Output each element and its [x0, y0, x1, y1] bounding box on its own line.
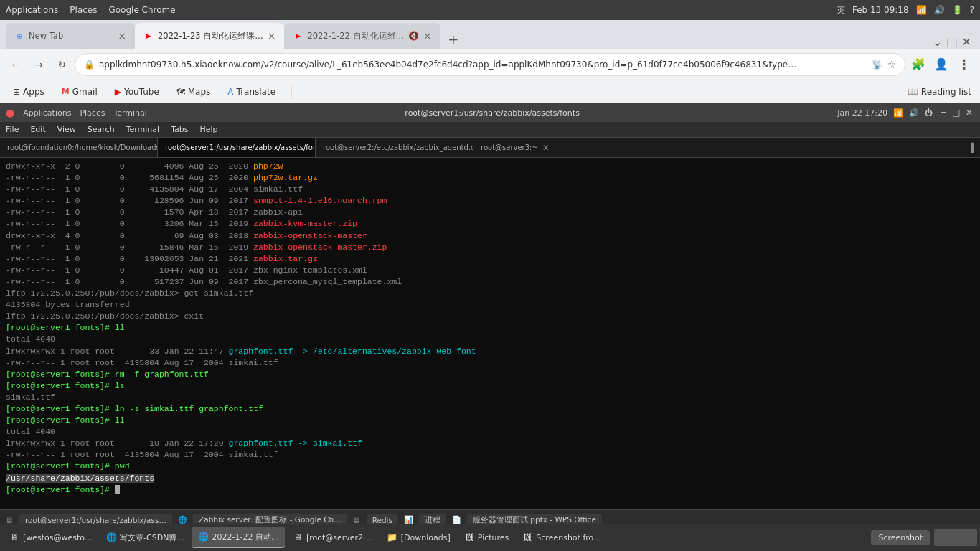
term-line-29: [root@server1 fonts]#	[6, 484, 974, 496]
taskbar-item-3[interactable]: 🌐 2022-1-22 自动…	[192, 527, 284, 548]
bookmark-translate[interactable]: A Translate	[223, 85, 280, 98]
notif-terminal-icon: 🖥	[6, 516, 14, 524]
taskbar-icon-3: 🌐	[197, 531, 209, 542]
taskbar-label-3: 2022-1-22 自动…	[212, 532, 278, 542]
menu-search[interactable]: Search	[88, 125, 115, 134]
terminal-tab-1[interactable]: root@foundation0:/home/kiosk/Downloads ✕	[0, 138, 158, 158]
back-button[interactable]: ←	[6, 55, 26, 75]
taskbar-item-6[interactable]: 🖼 Pictures	[458, 527, 515, 548]
menu-terminal[interactable]: Terminal	[126, 125, 160, 134]
tab-new-tab[interactable]: ⊕ New Tab ×	[6, 23, 135, 49]
term-line-6: -rw-r--r-- 1 0 0 3206 Mar 15 2019 zabbix…	[6, 218, 974, 230]
profile-icon[interactable]: 👤	[931, 55, 951, 75]
terminal-tab-3[interactable]: root@server2:/etc/zabbix/zabbix_agentd.d…	[316, 138, 473, 158]
taskbar-item-7[interactable]: 🖼 Screenshot fro…	[516, 527, 607, 548]
bookmark-apps[interactable]: ⊞ Apps	[9, 85, 49, 98]
topbar-places[interactable]: Places	[80, 108, 105, 118]
apps-icon: ⊞	[13, 87, 20, 97]
terminal-close-button[interactable]: ✕	[964, 108, 974, 118]
term-line-12: lftp 172.25.0.250:/pub/docs/zabbix> get …	[6, 288, 974, 299]
maps-label: Maps	[188, 87, 211, 97]
topbar-applications[interactable]: Applications	[23, 108, 71, 118]
term-line-4: -rw-r--r-- 1 0 0 128596 Jun 09 2017 snmp…	[6, 195, 974, 207]
browser-menu[interactable]: Google Chrome	[108, 5, 175, 15]
bookmark-star-icon[interactable]: ☆	[887, 59, 896, 70]
tab-title-3: 2022-1-22 自动化运维…	[307, 31, 404, 42]
bookmark-gmail[interactable]: M Gmail	[57, 85, 102, 98]
topbar-pwr: ⏻	[925, 108, 933, 118]
notif-redis-icon: 🖥	[353, 516, 361, 524]
tab-course-1[interactable]: ▶ 2022-1-23 自动化运维课… ×	[135, 23, 284, 49]
forward-button[interactable]: →	[29, 55, 49, 75]
term-tab-label-1: root@foundation0:/home/kiosk/Downloads	[7, 143, 158, 151]
bookmark-youtube[interactable]: ▶ YouTube	[110, 85, 164, 98]
close-window-icon[interactable]: ✕	[962, 35, 971, 49]
taskbar: 🖥 [westos@westo… 🌐 写文章-CSDN博… 🌐 2022-1-2…	[0, 524, 980, 551]
menu-file[interactable]: File	[6, 125, 19, 134]
menu-tabs[interactable]: Tabs	[171, 125, 188, 134]
taskbar-icon-4: 🖥	[292, 532, 303, 543]
places-menu[interactable]: Places	[70, 5, 97, 15]
extensions-icon[interactable]: 🧩	[908, 55, 928, 75]
taskbar-clock-widget	[934, 529, 977, 546]
volume-icon: 🔊	[934, 5, 945, 15]
terminal-tab-2[interactable]: root@server1:/usr/share/zabbix/assets/fo…	[158, 138, 316, 158]
term-line-7: drwxr-xr-x 4 0 0 69 Aug 03 2018 zabbix-o…	[6, 230, 974, 242]
tab-course-2[interactable]: ▶ 2022-1-22 自动化运维… 🔇 ×	[284, 23, 440, 49]
tab-favicon-1: ⊕	[14, 31, 24, 41]
bookmarks-divider	[291, 85, 292, 99]
taskbar-icon-1: 🖥	[9, 532, 20, 543]
tab-close-3[interactable]: ×	[423, 30, 432, 42]
maps-icon: 🗺	[176, 87, 185, 97]
topbar-wifi: 📶	[893, 108, 903, 118]
menu-help[interactable]: Help	[200, 125, 218, 134]
taskbar-item-1[interactable]: 🖥 [westos@westo…	[3, 527, 98, 548]
reload-button[interactable]: ↻	[52, 55, 72, 75]
address-bar[interactable]: 🔒 applkdmhnt09730.h5.xiaoeknow.com/v2/co…	[75, 53, 905, 76]
term-line-13: 4135804 bytes transferred	[6, 299, 974, 311]
terminal-tabs: root@foundation0:/home/kiosk/Downloads ✕…	[0, 138, 980, 158]
taskbar-item-5[interactable]: 📁 [Downloads]	[381, 527, 456, 548]
taskbar-item-2[interactable]: 🌐 写文章-CSDN博…	[100, 527, 190, 548]
term-line-21: simkai.ttf	[6, 392, 974, 403]
menu-view[interactable]: View	[57, 125, 76, 134]
tab-close-1[interactable]: ×	[118, 30, 126, 42]
term-line-8: -rw-r--r-- 1 0 0 15846 Mar 15 2019 zabbi…	[6, 242, 974, 253]
terminal-content[interactable]: drwxr-xr-x 2 0 0 4096 Aug 25 2020 php72w…	[0, 158, 980, 509]
term-line-24: total 4040	[6, 426, 974, 438]
topbar-terminal[interactable]: Terminal	[113, 108, 147, 118]
restore-icon[interactable]: □	[946, 35, 957, 49]
reading-list[interactable]: 📖 Reading list	[908, 87, 971, 97]
screenshot-button[interactable]: Screenshot	[871, 530, 930, 545]
term-line-11: -rw-r--r-- 1 0 0 517237 Jun 09 2017 zbx_…	[6, 276, 974, 288]
taskbar-item-4[interactable]: 🖥 [root@server2:…	[286, 527, 380, 548]
minimize-tabs-icon[interactable]: ⌄	[933, 35, 942, 49]
terminal-window-controls: Jan 22 17:20 📶 🔊 ⏻ ─ □ ✕	[837, 108, 974, 118]
tab-bar: ⊕ New Tab × ▶ 2022-1-23 自动化运维课… × ▶ 2022…	[0, 20, 980, 49]
cast-icon: 📡	[872, 60, 882, 70]
terminal-minimize-button[interactable]: ─	[938, 108, 948, 118]
new-tab-button[interactable]: +	[443, 29, 463, 49]
datetime: Feb 13 09:18	[852, 5, 909, 15]
term-tab-close-4[interactable]: ✕	[542, 143, 550, 153]
taskbar-label-2: 写文章-CSDN博…	[120, 532, 184, 543]
bookmark-maps[interactable]: 🗺 Maps	[172, 85, 215, 98]
tab-close-2[interactable]: ×	[268, 30, 276, 42]
terminal-titlebar: ● Applications Places Terminal root@serv…	[0, 103, 980, 122]
tab-favicon-3: ▶	[293, 31, 303, 41]
applications-menu[interactable]: Applications	[6, 5, 58, 15]
tab-favicon-2: ▶	[143, 31, 154, 41]
term-line-23: [root@server1 fonts]# ll	[6, 415, 974, 426]
more-options-icon[interactable]: ⋮	[954, 55, 974, 75]
menu-edit[interactable]: Edit	[30, 125, 45, 134]
term-line-3: -rw-r--r-- 1 0 0 4135804 Aug 17 2004 sim…	[6, 184, 974, 195]
help-icon: ?	[970, 5, 974, 15]
system-bar: Applications Places Google Chrome 英 Feb …	[0, 0, 980, 20]
term-line-2: -rw-r--r-- 1 0 0 5681154 Aug 25 2020 php…	[6, 172, 974, 184]
term-line-1: drwxr-xr-x 2 0 0 4096 Aug 25 2020 php72w	[6, 161, 974, 172]
terminal-maximize-button[interactable]: □	[951, 108, 961, 118]
page-content: ● Applications Places Terminal root@serv…	[0, 103, 980, 529]
taskbar-icon-7: 🖼	[522, 532, 533, 543]
terminal-tab-4[interactable]: root@server3:~ ✕	[473, 138, 557, 158]
bookmarks-bar: ⊞ Apps M Gmail ▶ YouTube 🗺 Maps A Transl…	[0, 80, 980, 103]
